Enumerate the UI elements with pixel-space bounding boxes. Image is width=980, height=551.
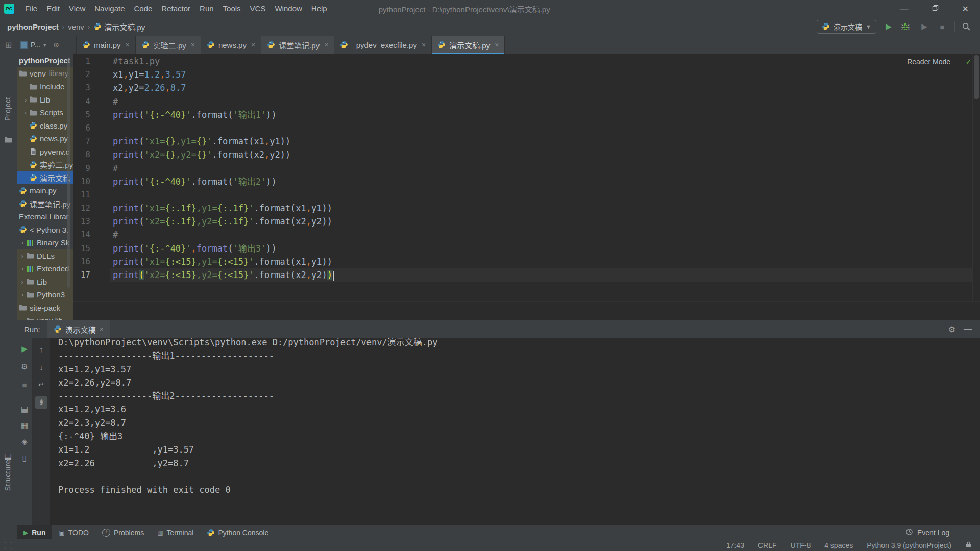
- run-with-coverage-button[interactable]: ▶: [919, 22, 930, 31]
- close-icon[interactable]: ×: [251, 41, 255, 49]
- settings-icon[interactable]: ⚙: [17, 361, 32, 373]
- code-line-11[interactable]: [110, 188, 972, 202]
- code-line-1[interactable]: #task1.py: [110, 55, 972, 68]
- pin-icon[interactable]: ◈: [17, 436, 32, 448]
- status-item[interactable]: 4 spaces: [824, 541, 853, 549]
- close-button[interactable]: ✕: [962, 4, 969, 14]
- chevron-right-icon[interactable]: ›: [19, 291, 26, 298]
- tree-item-site-pack[interactable]: site-pack: [17, 302, 73, 315]
- tree-item-news.py[interactable]: news.py: [17, 132, 73, 145]
- tool-window-button-run[interactable]: ▶Run: [17, 525, 52, 539]
- tree-item-课堂笔记.py[interactable]: 课堂笔记.py: [17, 197, 73, 211]
- tree-item-演示文稿[interactable]: 演示文稿: [17, 171, 73, 185]
- tree-item-实验二.py[interactable]: 实验二.py: [17, 158, 73, 171]
- structure-icon[interactable]: ▤: [4, 451, 12, 459]
- tree-item-< Python 3.[interactable]: < Python 3.: [17, 223, 73, 237]
- inspections-ok-icon[interactable]: ✓: [965, 57, 972, 66]
- code-line-16[interactable]: print('x1={:<15},y1={:<15}'.format(x1,y1…: [110, 255, 972, 268]
- tree-item-Lib[interactable]: ›Lib: [17, 93, 73, 107]
- menu-code[interactable]: Code: [129, 0, 157, 17]
- tree-scrollbar[interactable]: [67, 58, 70, 288]
- editor-tab-main.py[interactable]: main.py×: [77, 36, 136, 54]
- debug-button[interactable]: [901, 22, 912, 31]
- code-line-15[interactable]: print('{:-^40}',format('输出3')): [110, 242, 972, 255]
- rerun-icon[interactable]: ▶: [17, 343, 32, 355]
- menu-view[interactable]: View: [64, 0, 90, 17]
- restore-button[interactable]: [932, 4, 939, 13]
- code-line-9[interactable]: #: [110, 162, 972, 175]
- menu-help[interactable]: Help: [307, 0, 332, 17]
- code-line-2[interactable]: x1,y1=1.2,3.57: [110, 68, 972, 81]
- close-icon[interactable]: ×: [324, 41, 328, 49]
- tree-item-venv lib[interactable]: ›venv lib: [17, 314, 73, 320]
- chevron-right-icon[interactable]: ›: [19, 278, 26, 286]
- close-icon[interactable]: ×: [100, 325, 104, 333]
- tree-item-Extended[interactable]: ›Extended: [17, 262, 73, 276]
- tool-button-structure[interactable]: Structure: [4, 460, 12, 491]
- status-left-icon[interactable]: [0, 542, 12, 549]
- menu-window[interactable]: Window: [270, 0, 306, 17]
- tree-item-Include[interactable]: Include: [17, 80, 73, 93]
- editor-tab-_pydev_execfile.py[interactable]: _pydev_execfile.py×: [334, 36, 432, 54]
- code-line-12[interactable]: print('x1={:.1f},y1={:.1f}'.format(x1,y1…: [110, 202, 972, 215]
- menu-run[interactable]: Run: [195, 0, 218, 17]
- up-icon[interactable]: ↑: [33, 343, 50, 355]
- clear-icon[interactable]: ▯: [17, 452, 32, 464]
- tree-item-main.py[interactable]: main.py: [17, 184, 73, 197]
- code-line-4[interactable]: #: [110, 95, 972, 108]
- run-console-output[interactable]: D:\pythonProject\venv\Scripts\python.exe…: [58, 336, 824, 524]
- printer-icon[interactable]: ▦: [17, 419, 32, 432]
- chevron-right-icon[interactable]: ›: [19, 265, 26, 272]
- tree-item-External Librar[interactable]: External Librar: [17, 210, 73, 223]
- tool-window-button-todo[interactable]: ▣TODO: [52, 525, 95, 539]
- tree-item-class.py[interactable]: class.py: [17, 119, 73, 133]
- tree-item-Binary Sk[interactable]: ›Binary Sk: [17, 236, 73, 249]
- code-line-3[interactable]: x2,y2=2.26,8.7: [110, 81, 972, 94]
- run-button[interactable]: ▶: [883, 22, 894, 31]
- close-icon[interactable]: ×: [126, 41, 130, 49]
- menu-refactor[interactable]: Refactor: [157, 0, 195, 17]
- close-icon[interactable]: ×: [191, 41, 195, 49]
- folder-icon[interactable]: [4, 136, 12, 144]
- status-item[interactable]: UTF-8: [791, 541, 811, 549]
- reader-mode-link[interactable]: Reader Mode: [907, 58, 950, 66]
- editor-tab-课堂笔记.py[interactable]: 课堂笔记.py×: [261, 36, 334, 54]
- stop-button[interactable]: ■: [937, 22, 948, 31]
- chevron-right-icon[interactable]: ›: [19, 317, 26, 320]
- tool-window-button-terminal[interactable]: ▥Terminal: [151, 525, 200, 539]
- tool-window-button-python-console[interactable]: Python Console: [200, 525, 275, 539]
- editor-tab-news.py[interactable]: news.py×: [201, 36, 261, 54]
- project-panel-header[interactable]: P... ▾ ⊕: [17, 36, 77, 54]
- code-line-8[interactable]: print('x2={},y2={}'.format(x2,y2)): [110, 148, 972, 161]
- code-editor[interactable]: 1234567891011121314151617 #task1.pyx1,y1…: [73, 54, 980, 302]
- tree-item-pyvenv.c[interactable]: pyvenv.c: [17, 145, 73, 159]
- menu-navigate[interactable]: Navigate: [90, 0, 129, 17]
- tool-button-project[interactable]: Project: [4, 97, 12, 121]
- code-line-17[interactable]: print('x2={:<15},y2={:<15}'.format(x2,y2…: [110, 268, 972, 282]
- breadcrumb-item[interactable]: 演示文稿.py: [93, 21, 145, 32]
- menu-edit[interactable]: Edit: [42, 0, 64, 17]
- editor-tab-实验二.py[interactable]: 实验二.py×: [136, 36, 201, 54]
- menu-tools[interactable]: Tools: [218, 0, 246, 17]
- stop-icon[interactable]: ■: [17, 379, 32, 391]
- chevron-right-icon[interactable]: ›: [22, 109, 29, 116]
- breadcrumb-item[interactable]: pythonProject: [7, 22, 59, 31]
- breadcrumb-item[interactable]: venv: [68, 22, 84, 31]
- run-configuration-select[interactable]: 演示文稿 ▼: [817, 20, 876, 34]
- menu-file[interactable]: File: [20, 0, 42, 17]
- locate-file-icon[interactable]: ⊕: [53, 41, 59, 49]
- tree-item-Lib[interactable]: ›Lib: [17, 276, 73, 289]
- settings-gear-icon[interactable]: ⚙: [948, 324, 955, 334]
- editor-scrollbar[interactable]: [972, 54, 980, 301]
- code-line-10[interactable]: print('{:-^40}'.format('输出2')): [110, 175, 972, 188]
- status-item[interactable]: 17:43: [726, 541, 744, 549]
- close-icon[interactable]: ×: [495, 41, 499, 49]
- code-line-5[interactable]: print('{:-^40}'.format('输出1')): [110, 108, 972, 121]
- down-icon[interactable]: ↓: [33, 361, 50, 373]
- scroll-to-end-icon[interactable]: ⇟: [35, 396, 47, 409]
- hide-panel-icon[interactable]: —: [964, 324, 972, 334]
- tree-item-venv[interactable]: venvlibrary: [17, 67, 73, 81]
- chevron-right-icon[interactable]: ›: [19, 252, 26, 260]
- tree-item-Python3[interactable]: ›Python3: [17, 288, 73, 302]
- tree-item-pythonProject[interactable]: pythonProject: [17, 54, 73, 67]
